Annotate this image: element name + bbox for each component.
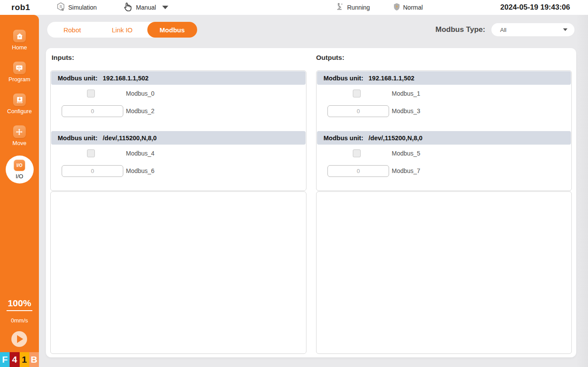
- modbus-unit-header: Modbus unit:/dev/,115200,N,8,0: [317, 131, 571, 145]
- modbus-signal-row: Modbus_4: [51, 145, 306, 162]
- modbus-unit-address: /dev/,115200,N,8,0: [103, 135, 157, 142]
- chevron-down-icon[interactable]: [162, 6, 168, 9]
- modbus-unit-header: Modbus unit:/dev/,115200,N,8,0: [51, 131, 306, 145]
- modbus-unit-address: 192.168.1.1,502: [369, 75, 414, 82]
- modbus-signal-name: Modbus_6: [126, 167, 154, 174]
- outputs-panel: Modbus unit:192.168.1.1,502Modbus_1Modbu…: [316, 70, 572, 191]
- status-badge: F: [0, 352, 10, 367]
- simulation-icon: S: [56, 2, 66, 13]
- modbus-signal-checkbox[interactable]: [353, 90, 361, 97]
- chevron-down-icon[interactable]: [563, 28, 567, 31]
- modbus-unit-group: Modbus unit:192.168.1.1,502Modbus_0Modbu…: [51, 71, 306, 120]
- signal-control-zone: [51, 105, 125, 117]
- status-badge: B: [29, 352, 39, 367]
- sidebar-item-label: Move: [13, 140, 27, 146]
- speed-block: 100% 0mm/s: [0, 298, 39, 324]
- modbus-signal-name: Modbus_3: [392, 107, 420, 114]
- signal-control-zone: [317, 90, 391, 97]
- modbus-unit-header-label: Modbus unit:: [324, 75, 363, 82]
- modbus-signal-row: Modbus_6: [51, 162, 306, 180]
- svg-text:S: S: [59, 4, 62, 9]
- status-badge: 4: [10, 352, 19, 367]
- modbus-signal-row: Modbus_7: [317, 162, 571, 180]
- sidebar-item-io[interactable]: I/O I/O: [6, 156, 34, 184]
- modbus-signal-name: Modbus_5: [392, 150, 420, 157]
- modbus-unit-header-label: Modbus unit:: [58, 75, 97, 82]
- modbus-unit-group: Modbus unit:/dev/,115200,N,8,0Modbus_5Mo…: [317, 131, 571, 180]
- modbus-signal-name: Modbus_4: [126, 150, 154, 157]
- modbus-unit-group: Modbus unit:/dev/,115200,N,8,0Modbus_4Mo…: [51, 131, 306, 180]
- modbus-type-label: Modbus Type:: [435, 25, 485, 34]
- modbus-io-content: Inputs: Outputs: Modbus unit:192.168.1.1…: [46, 48, 576, 357]
- sidebar-item-configure[interactable]: Configure: [7, 93, 31, 114]
- sidebar-item-program[interactable]: </> Program: [9, 62, 31, 83]
- modbus-signal-row: Modbus_3: [317, 102, 571, 120]
- modbus-type-dropdown[interactable]: All: [491, 23, 574, 36]
- safety-state-label: Normal: [403, 4, 423, 11]
- modbus-unit-header: Modbus unit:192.168.1.1,502: [317, 71, 571, 85]
- status-badge: 1: [20, 352, 29, 367]
- modbus-signal-name: Modbus_2: [126, 107, 154, 114]
- book-download-icon: [13, 93, 26, 106]
- modbus-signal-checkbox[interactable]: [87, 90, 95, 97]
- sidebar-item-label: Configure: [7, 108, 31, 114]
- outputs-heading: Outputs:: [316, 54, 344, 62]
- modbus-signal-checkbox[interactable]: [353, 149, 361, 157]
- operate-mode-selector[interactable]: Manual: [122, 0, 168, 15]
- modbus-signal-value-input[interactable]: [62, 165, 123, 177]
- signal-control-zone: [317, 149, 391, 157]
- modbus-signal-value-input[interactable]: [327, 165, 389, 177]
- simulation-mode-label: Simulation: [68, 4, 97, 11]
- sidebar-item-label: Home: [12, 44, 27, 51]
- program-state-label: Running: [347, 4, 370, 11]
- modbus-signal-name: Modbus_1: [392, 90, 420, 97]
- modbus-unit-header-label: Modbus unit:: [58, 135, 97, 142]
- robot-arm-icon: [336, 2, 344, 13]
- modbus-unit-group: Modbus unit:192.168.1.1,502Modbus_1Modbu…: [317, 71, 571, 120]
- modbus-unit-header: Modbus unit:192.168.1.1,502: [51, 71, 306, 85]
- program-state-indicator: Running: [336, 0, 370, 15]
- io-tabs: Robot Link IO Modbus: [47, 22, 197, 38]
- sidebar-item-label: Program: [9, 76, 31, 83]
- status-badge-strip: F 4 1 B: [0, 352, 39, 367]
- modbus-signal-row: Modbus_1: [317, 85, 571, 102]
- modbus-type-value: All: [500, 27, 563, 33]
- move-arrows-icon: [13, 125, 26, 138]
- modbus-signal-row: Modbus_2: [51, 102, 306, 120]
- inputs-heading: Inputs:: [52, 54, 74, 62]
- hand-icon: [122, 1, 133, 14]
- sidebar-item-home[interactable]: Home: [12, 30, 27, 51]
- modbus-unit-address: 192.168.1.1,502: [103, 75, 149, 82]
- tab-robot[interactable]: Robot: [47, 22, 97, 38]
- modbus-unit-header-label: Modbus unit:: [324, 135, 363, 142]
- datetime-display: 2024-05-19 19:43:06: [500, 3, 570, 12]
- play-icon: [17, 335, 23, 343]
- inputs-panel-empty: [50, 191, 306, 354]
- modbus-unit-address: /dev/,115200,N,8,0: [369, 135, 422, 142]
- io-icon: I/O: [14, 159, 25, 171]
- shield-icon: [393, 3, 400, 13]
- sidebar-item-label: I/O: [16, 173, 23, 180]
- background-fade: [576, 15, 588, 367]
- svg-text:</>: </>: [17, 66, 21, 69]
- signal-control-zone: [317, 105, 391, 117]
- simulation-mode-indicator[interactable]: S Simulation: [56, 0, 97, 15]
- tab-link-io[interactable]: Link IO: [97, 22, 147, 38]
- modbus-signal-name: Modbus_0: [126, 90, 154, 97]
- inputs-panel: Modbus unit:192.168.1.1,502Modbus_0Modbu…: [50, 70, 306, 191]
- play-button[interactable]: [11, 331, 27, 347]
- signal-control-zone: [51, 165, 125, 177]
- modbus-signal-value-input[interactable]: [62, 105, 123, 117]
- operate-mode-label: Manual: [136, 4, 156, 11]
- signal-control-zone: [317, 165, 391, 177]
- modbus-signal-row: Modbus_0: [51, 85, 306, 102]
- modbus-signal-name: Modbus_7: [392, 167, 420, 174]
- sidebar-item-move[interactable]: Move: [13, 125, 27, 146]
- sidebar-nav: Home </> Program Configure: [0, 15, 39, 367]
- tab-modbus[interactable]: Modbus: [147, 22, 197, 38]
- modbus-signal-row: Modbus_5: [317, 145, 571, 162]
- modbus-signal-value-input[interactable]: [327, 105, 389, 117]
- speed-percent[interactable]: 100%: [7, 298, 33, 311]
- code-monitor-icon: </>: [13, 62, 26, 74]
- modbus-signal-checkbox[interactable]: [87, 149, 95, 157]
